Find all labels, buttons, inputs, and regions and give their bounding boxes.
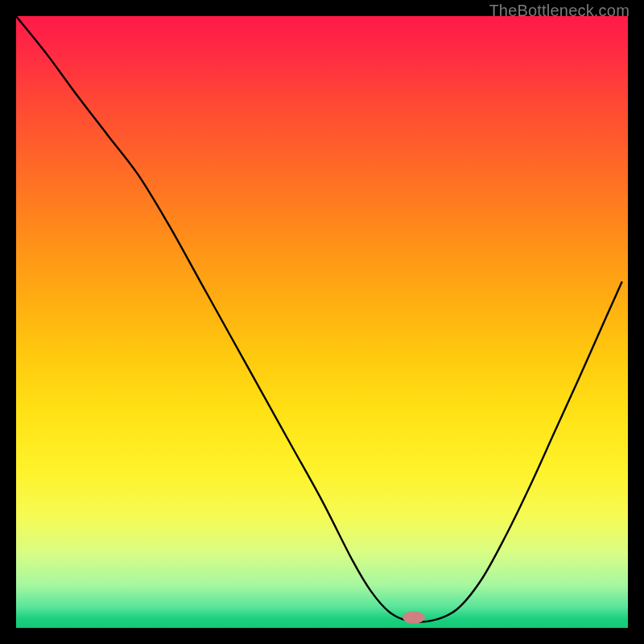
watermark-text: TheBottleneck.com	[489, 2, 630, 20]
chart-frame: TheBottleneck.com	[0, 0, 644, 644]
optimum-marker	[402, 611, 424, 623]
chart-plot	[16, 16, 628, 628]
gradient-background	[16, 16, 628, 628]
